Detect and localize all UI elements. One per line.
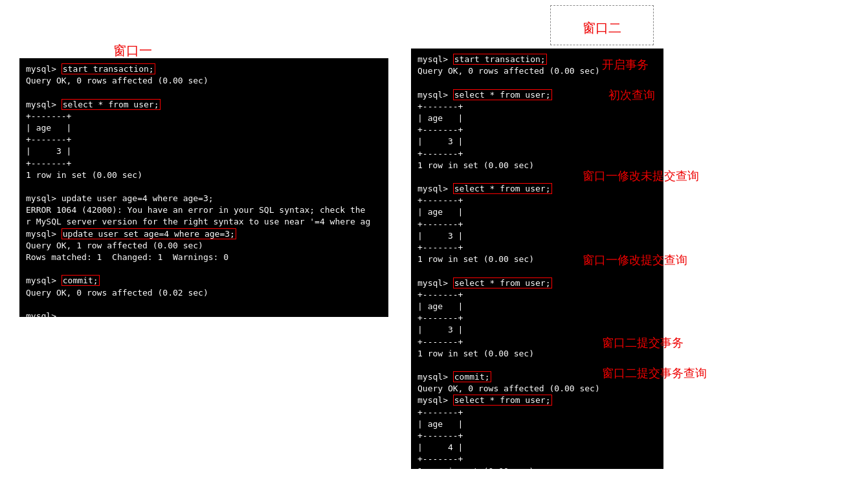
annotation-start-tx: 开启事务 [602,57,649,72]
cmd-commit-2: commit; [453,371,491,382]
cmd-update-user: update user set age=4 where age=3; [61,228,236,239]
annotation-commit-query: 窗口一修改提交查询 [583,252,687,268]
annotation-commit-tx: 窗口二提交事务 [602,335,684,351]
window1-label: 窗口一 [113,42,152,60]
cmd-commit-1: commit; [61,275,100,286]
cmd-select-user-2a: select * from user; [453,89,552,100]
annotation-uncommit-query: 窗口一修改未提交查询 [583,168,699,184]
cmd-start-transaction-2: start transaction; [453,54,547,65]
cmd-select-user-2d: select * from user; [453,395,552,406]
annotation-after-commit-query: 窗口二提交事务查询 [602,365,707,381]
terminal-window-1: mysql> start transaction; Query OK, 0 ro… [19,58,388,317]
cmd-start-transaction: start transaction; [61,63,155,74]
cmd-select-user-1: select * from user; [61,99,161,110]
cmd-select-user-2b: select * from user; [453,183,552,194]
terminal1-content: mysql> start transaction; Query OK, 0 ro… [26,63,382,317]
cmd-select-user-2c: select * from user; [453,277,552,288]
window2-label: 窗口二 [583,19,621,37]
annotation-first-query: 初次查询 [608,87,655,103]
